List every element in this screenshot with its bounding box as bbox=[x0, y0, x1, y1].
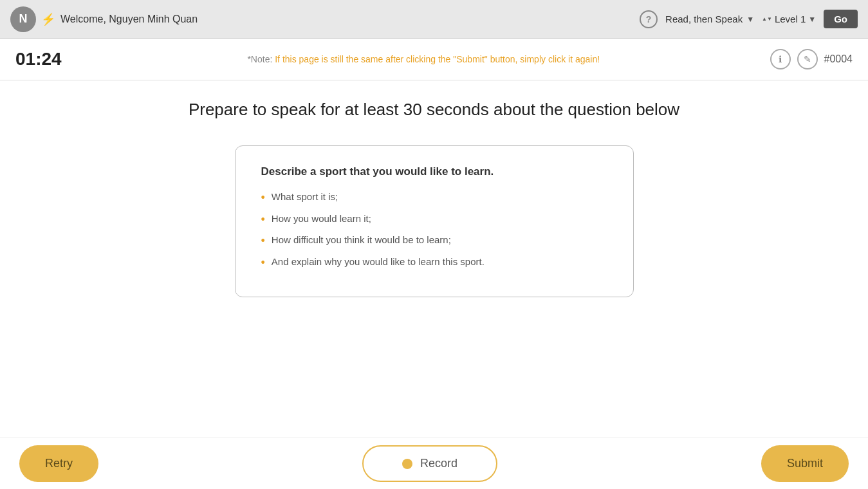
list-item: • And explain why you would like to lear… bbox=[261, 256, 607, 270]
question-title: Describe a sport that you would like to … bbox=[261, 165, 607, 178]
sub-header-icons: ℹ ✎ #0004 bbox=[770, 49, 853, 69]
go-button[interactable]: Go bbox=[824, 10, 858, 28]
bullet-dot-icon: • bbox=[261, 234, 265, 248]
instruction-text: Prepare to speak for at least 30 seconds… bbox=[15, 100, 853, 120]
retry-button[interactable]: Retry bbox=[19, 445, 98, 482]
submit-button[interactable]: Submit bbox=[761, 445, 849, 482]
header: N ⚡ Welcome, Nguyen Minh Quan ? Read, th… bbox=[0, 0, 868, 39]
bullet-text: How difficult you think it would be to l… bbox=[272, 234, 451, 245]
record-label: Record bbox=[420, 457, 457, 470]
main-content: Prepare to speak for at least 30 seconds… bbox=[0, 80, 868, 454]
note-prefix: *Note: bbox=[247, 54, 275, 64]
question-card: Describe a sport that you would like to … bbox=[235, 145, 634, 297]
mode-label: Read, then Speak bbox=[665, 14, 743, 24]
bullet-dot-icon: • bbox=[261, 191, 265, 205]
question-id: #0004 bbox=[824, 53, 853, 65]
bullet-list: • What sport it is; • How you would lear… bbox=[261, 191, 607, 270]
bullet-text: And explain why you would like to learn … bbox=[272, 256, 485, 267]
level-chevron-icon: ▼ bbox=[808, 15, 816, 24]
level-selector[interactable]: ▲▼ Level 1 ▼ bbox=[762, 14, 816, 24]
record-dot-icon bbox=[402, 459, 412, 469]
bullet-dot-icon: • bbox=[261, 256, 265, 270]
header-left: N ⚡ Welcome, Nguyen Minh Quan bbox=[10, 6, 640, 32]
record-button[interactable]: Record bbox=[362, 445, 497, 482]
bullet-text: How you would learn it; bbox=[272, 213, 371, 224]
bullet-text: What sport it is; bbox=[272, 191, 338, 202]
bottom-bar: Retry Record Submit bbox=[0, 438, 868, 489]
header-right: ? Read, then Speak ▼ ▲▼ Level 1 ▼ Go bbox=[640, 10, 858, 28]
level-label: Level 1 bbox=[775, 14, 806, 24]
note-highlight: If this page is still the same after cli… bbox=[275, 54, 600, 64]
list-item: • How difficult you think it would be to… bbox=[261, 234, 607, 248]
welcome-text: Welcome, Nguyen Minh Quan bbox=[60, 14, 198, 25]
timer: 01:24 bbox=[15, 49, 67, 69]
chevron-down-icon: ▼ bbox=[746, 15, 754, 24]
avatar: N bbox=[10, 6, 36, 32]
sub-header: 01:24 *Note: If this page is still the s… bbox=[0, 39, 868, 80]
info-icon[interactable]: ℹ bbox=[770, 49, 791, 69]
bullet-dot-icon: • bbox=[261, 213, 265, 227]
bolt-icon: ⚡ bbox=[41, 12, 55, 26]
note-text: *Note: If this page is still the same af… bbox=[77, 54, 770, 64]
edit-icon[interactable]: ✎ bbox=[797, 49, 818, 69]
list-item: • What sport it is; bbox=[261, 191, 607, 205]
updown-arrows-icon: ▲▼ bbox=[762, 17, 772, 22]
help-icon[interactable]: ? bbox=[640, 10, 658, 28]
list-item: • How you would learn it; bbox=[261, 213, 607, 227]
mode-selector[interactable]: Read, then Speak ▼ bbox=[665, 14, 754, 24]
